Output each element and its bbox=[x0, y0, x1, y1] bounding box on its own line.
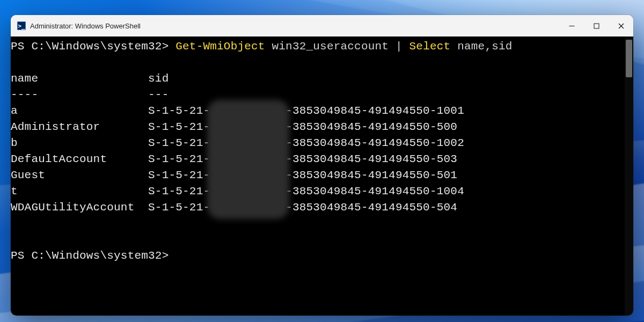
table-row: b S-1-5-21- -3853049845-491494550-1002 bbox=[11, 135, 625, 151]
table-row: a S-1-5-21- -3853049845-491494550-1001 bbox=[11, 103, 625, 119]
maximize-button[interactable] bbox=[584, 15, 609, 36]
minimize-button[interactable] bbox=[559, 15, 584, 36]
table-row: WDAGUtilityAccount S-1-5-21- -3853049845… bbox=[11, 200, 625, 216]
powershell-window: >_ Administrator: Windows PowerShell PS … bbox=[11, 15, 633, 316]
terminal-area[interactable]: PS C:\Windows\system32> Get-WmiObject wi… bbox=[11, 36, 633, 316]
scrollbar-track[interactable] bbox=[625, 36, 633, 316]
close-button[interactable] bbox=[609, 15, 633, 36]
window-title: Administrator: Windows PowerShell bbox=[30, 22, 141, 30]
table-divider: ---- --- bbox=[11, 87, 625, 103]
blank-line bbox=[11, 216, 625, 232]
title-bar[interactable]: >_ Administrator: Windows PowerShell bbox=[11, 15, 633, 36]
table-header: name sid bbox=[11, 71, 625, 87]
scrollbar-thumb[interactable] bbox=[626, 40, 632, 77]
command-line: PS C:\Windows\system32> Get-WmiObject wi… bbox=[11, 39, 625, 55]
table-row: t S-1-5-21- -3853049845-491494550-1004 bbox=[11, 184, 625, 200]
table-row: DefaultAccount S-1-5-21- -3853049845-491… bbox=[11, 151, 625, 167]
table-row: Administrator S-1-5-21- -3853049845-4914… bbox=[11, 119, 625, 135]
table-row: Guest S-1-5-21- -3853049845-491494550-50… bbox=[11, 167, 625, 184]
blank-line bbox=[11, 232, 625, 248]
svg-rect-1 bbox=[594, 24, 599, 28]
prompt-line: PS C:\Windows\system32> bbox=[11, 248, 625, 264]
blank-line bbox=[11, 55, 625, 71]
powershell-icon: >_ bbox=[17, 21, 26, 30]
